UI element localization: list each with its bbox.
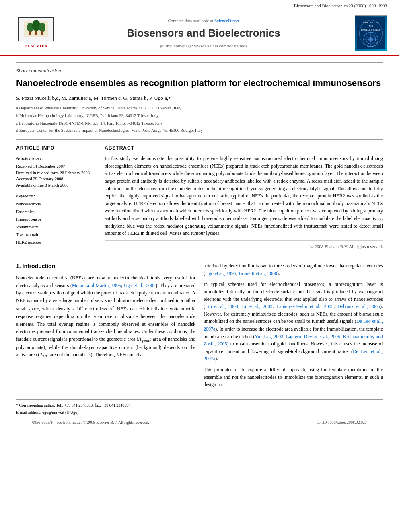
ref-ugo1996[interactable]: Ugo et al., 1996 <box>205 271 236 276</box>
copyright-line: © 2008 Elsevier B.V. All rights reserved… <box>105 240 383 250</box>
svg-rect-4 <box>35 31 37 35</box>
journal-title-area: Contents lists available at ScienceDirec… <box>60 17 347 49</box>
footnotes: * Corresponding author. Tel.: +39 041 23… <box>16 399 383 415</box>
received-date: Received 14 December 2007 <box>16 163 97 170</box>
history-label: Article history: <box>16 155 97 162</box>
bottom-bar: 0956-5663/$ – see front matter © 2008 El… <box>16 417 383 428</box>
ref-menon[interactable]: Menon and Martin, 1995 <box>72 283 121 288</box>
article-info-column: ARTICLE INFO Article history: Received 1… <box>16 144 97 250</box>
svg-rect-7 <box>357 17 385 49</box>
affiliation-d: d European Center for the Sustainable Im… <box>16 127 383 134</box>
online-date: Available online 8 March 2008 <box>16 182 97 189</box>
keywords-list: Nanoelectrode Ensembles Immunosensor Vol… <box>16 201 97 246</box>
keyword-6: HER2 receptor <box>16 239 97 246</box>
keywords-label: Keywords: <box>16 193 97 199</box>
affiliation-a: a Department of Physical Chemistry, Univ… <box>16 105 383 112</box>
footnote-divider <box>16 395 383 395</box>
journal-cover-image: BIOSENSORS AND BIOELECTRONICS <box>355 15 387 51</box>
keyword-3: Immunosensor <box>16 216 97 224</box>
publisher-logo-area: ELSEVIER <box>12 17 60 49</box>
svg-text:BIOSENSORS: BIOSENSORS <box>363 21 379 24</box>
elsevier-logo-box <box>18 17 54 41</box>
article-title: Nanoelectrode ensembles as recognition p… <box>16 78 383 89</box>
article-type: Short communication <box>16 62 383 75</box>
body-right-col: acterized by detection limits two to thr… <box>204 262 383 392</box>
email-line: E-mail address: ugo@unive.it (P. Ugo). <box>16 409 383 415</box>
keyword-1: Nanoelectrode <box>16 201 97 208</box>
elsevier-tree-icon <box>22 19 50 39</box>
journal-header: ELSEVIER Contents lists available at Sci… <box>0 11 399 56</box>
ref-li[interactable]: Li et al., 2003 <box>242 304 272 309</box>
ref-brunetti[interactable]: Brunetti et al., 2000 <box>239 271 277 276</box>
authors-line: S. Pozzi Mucelli b,d, M. Zamuner a, M. T… <box>16 94 383 102</box>
paper-content: Short communication Nanoelectrode ensemb… <box>0 56 399 436</box>
svg-text:BIOELECTRONICS: BIOELECTRONICS <box>361 29 381 31</box>
body-right-para1: acterized by detection limits two to thr… <box>204 262 383 277</box>
doi-line: doi:10.1016/j.bios.2008.02.027 <box>317 419 367 425</box>
body-right-para3: This prompted us to explore a different … <box>204 366 383 388</box>
sciencedirect-link[interactable]: ScienceDirect <box>214 18 239 23</box>
body-right-para2: In typical schemes used for electrochemi… <box>204 281 383 363</box>
article-info-heading: ARTICLE INFO <box>16 144 97 152</box>
journal-homepage: journal homepage: www.elsevier.com/locat… <box>60 43 347 49</box>
intro-para1: Nanoelectrode ensembles (NEEs) are new n… <box>16 274 195 359</box>
corresponding-author: * Corresponding author. Tel.: +39 041 23… <box>16 402 383 408</box>
ref-delvaux[interactable]: Delvaux et al., 2005 <box>337 304 380 309</box>
svg-point-3 <box>39 23 45 32</box>
sciencedirect-info: Contents lists available at ScienceDirec… <box>60 17 347 24</box>
revised-date: Received in revised form 26 February 200… <box>16 170 97 176</box>
body-two-col: 1. Introduction Nanoelectrode ensembles … <box>16 262 383 392</box>
abstract-column: ABSTRACT In this study we demonstrate th… <box>105 144 383 250</box>
ref-ugo2002[interactable]: Ugo et al., 2002 <box>124 283 156 288</box>
elsevier-label: ELSEVIER <box>25 43 48 49</box>
journal-citation: Biosensors and Bioelectronics 23 (2008) … <box>0 0 399 11</box>
ref-lin[interactable]: Lin et al., 2004 <box>205 304 238 309</box>
issn-line: 0956-5663/$ – see front matter © 2008 El… <box>32 419 149 425</box>
svg-rect-6 <box>41 31 43 35</box>
keyword-4: Voltammetry <box>16 224 97 231</box>
intro-body: Nanoelectrode ensembles (NEEs) are new n… <box>16 274 195 359</box>
body-left-col: 1. Introduction Nanoelectrode ensembles … <box>16 262 195 392</box>
journal-title: Biosensors and Bioelectronics <box>60 25 347 41</box>
svg-point-12 <box>366 35 376 44</box>
citation-text: Biosensors and Bioelectronics 23 (2008) … <box>294 3 387 8</box>
ref-deleo2007a[interactable]: De Leo et al., 2007a <box>204 318 383 332</box>
ref-lapierre[interactable]: Lapierre-Devlin et al., 2005 <box>276 304 334 309</box>
abstract-text: In this study we demonstrate the possibi… <box>105 155 383 237</box>
intro-heading: 1. Introduction <box>16 262 195 271</box>
svg-point-13 <box>368 37 373 42</box>
journal-cover-area: BIOSENSORS AND BIOELECTRONICS <box>347 15 387 51</box>
svg-text:AND: AND <box>369 25 373 27</box>
keyword-2: Ensembles <box>16 208 97 216</box>
keyword-5: Trastuzumab <box>16 231 97 239</box>
abstract-heading: ABSTRACT <box>105 144 383 152</box>
ref-deleo2007b[interactable]: De Leo et al., 2007a <box>204 349 383 362</box>
svg-point-11 <box>364 32 378 47</box>
svg-rect-5 <box>29 31 31 35</box>
authors-text: S. Pozzi Mucelli b,d, M. Zamuner a, M. T… <box>16 95 171 101</box>
affiliation-b: b Molecular Histopathology Laboratory, I… <box>16 113 383 119</box>
body-section: 1. Introduction Nanoelectrode ensembles … <box>16 256 383 392</box>
info-abstract-section: ARTICLE INFO Article history: Received 1… <box>16 139 383 250</box>
elsevier-logo: ELSEVIER <box>12 17 60 49</box>
affiliations-list: a Department of Physical Chemistry, Univ… <box>16 105 383 134</box>
ref-lapierre2[interactable]: Lapierre-Devlin et al., 2005 <box>286 334 340 339</box>
svg-point-2 <box>32 20 40 31</box>
affiliation-c: c Laboratorio Nazionale TASC-INFM-CNR, S… <box>16 120 383 127</box>
accepted-date: Accepted 29 February 2008 <box>16 176 97 182</box>
ref-yu[interactable]: Yu et al., 2003 <box>255 334 284 339</box>
body-right-text: acterized by detection limits two to thr… <box>204 262 383 388</box>
